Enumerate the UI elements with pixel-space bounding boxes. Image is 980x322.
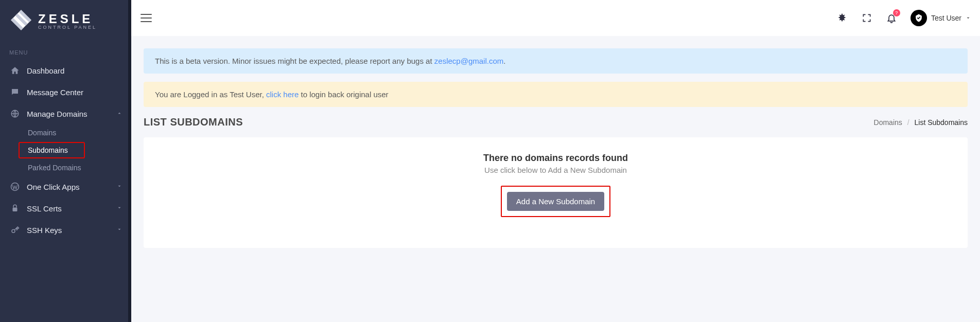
empty-state-sub: Use click below to Add a New Subdomain: [156, 166, 955, 174]
user-name: Test User: [931, 14, 961, 22]
fullscreen-icon[interactable]: [861, 12, 872, 24]
main-area: ? Test User This is a beta version. Mino…: [131, 0, 980, 322]
logo-mark-icon: [9, 8, 33, 34]
chat-icon: [9, 87, 21, 97]
user-menu[interactable]: Test User: [911, 10, 971, 26]
subnav-domains[interactable]: Domains: [0, 124, 131, 141]
nav-dashboard[interactable]: Dashboard: [0, 60, 131, 81]
key-icon: [9, 225, 21, 235]
chevron-up-icon: [117, 110, 122, 117]
logo-subtitle: CONTROL PANEL: [38, 25, 97, 30]
page-title: LIST SUBDOMAINS: [144, 116, 243, 128]
nav-ssh-keys[interactable]: SSH Keys: [0, 219, 131, 241]
nav-ssl-certs[interactable]: SSL Certs: [0, 198, 131, 219]
home-icon: [9, 66, 21, 75]
topbar: ? Test User: [131, 0, 980, 36]
alert-text: .: [503, 57, 505, 65]
chevron-down-icon: [117, 205, 122, 212]
svg-point-7: [12, 229, 15, 232]
add-subdomain-button[interactable]: Add a New Subdomain: [507, 192, 604, 211]
content: This is a beta version. Minor issues mig…: [131, 36, 980, 269]
login-as-alert: You are Logged in as Test User, click he…: [144, 82, 968, 107]
globe-icon: [9, 109, 21, 118]
notification-badge: ?: [893, 9, 900, 16]
empty-state-heading: There no domains records found: [156, 153, 955, 164]
chevron-down-icon: [966, 14, 971, 22]
nav-message-center[interactable]: Message Center: [0, 81, 131, 103]
maple-leaf-icon[interactable]: [836, 12, 848, 24]
breadcrumb-root[interactable]: Domains: [874, 118, 902, 127]
nav-label: Manage Domains: [27, 110, 87, 118]
subnav-subdomains[interactable]: Subdomains: [19, 142, 85, 158]
nav-label: One Click Apps: [27, 183, 80, 191]
bell-icon[interactable]: ?: [886, 12, 897, 24]
alert-text: This is a beta version. Minor issues mig…: [155, 57, 434, 65]
avatar: [911, 10, 927, 26]
nav-label: Dashboard: [27, 66, 64, 75]
alert-text: to login back original user: [299, 90, 388, 99]
wordpress-icon: [9, 182, 21, 191]
nav-manage-domains[interactable]: Manage Domains: [0, 103, 131, 124]
alert-text: You are Logged in as Test User,: [155, 90, 266, 99]
sidebar: ZESLE CONTROL PANEL MENU Dashboard Messa…: [0, 0, 131, 322]
nav-label: SSL Certs: [27, 204, 62, 213]
subnav-parked-domains[interactable]: Parked Domains: [0, 159, 131, 176]
breadcrumb-separator: /: [907, 118, 909, 127]
menu-heading: MENU: [0, 44, 131, 60]
beta-email-link[interactable]: zeslecp@gmail.com: [434, 57, 503, 65]
add-button-highlight: Add a New Subdomain: [501, 186, 610, 217]
empty-state-card: There no domains records found Use click…: [144, 137, 968, 248]
breadcrumb: Domains / List Subdomains: [874, 118, 968, 127]
menu-toggle-icon[interactable]: [141, 14, 152, 22]
logo[interactable]: ZESLE CONTROL PANEL: [0, 0, 131, 44]
logo-title: ZESLE: [38, 13, 97, 25]
beta-alert: This is a beta version. Minor issues mig…: [144, 48, 968, 74]
svg-rect-6: [13, 208, 18, 212]
nav-label: Message Center: [27, 88, 83, 97]
breadcrumb-current: List Subdomains: [914, 118, 968, 127]
chevron-down-icon: [117, 226, 122, 234]
lock-icon: [9, 204, 21, 213]
chevron-down-icon: [117, 183, 122, 190]
login-back-link[interactable]: click here: [266, 90, 299, 99]
nav-label: SSH Keys: [27, 226, 62, 235]
nav-one-click-apps[interactable]: One Click Apps: [0, 176, 131, 198]
